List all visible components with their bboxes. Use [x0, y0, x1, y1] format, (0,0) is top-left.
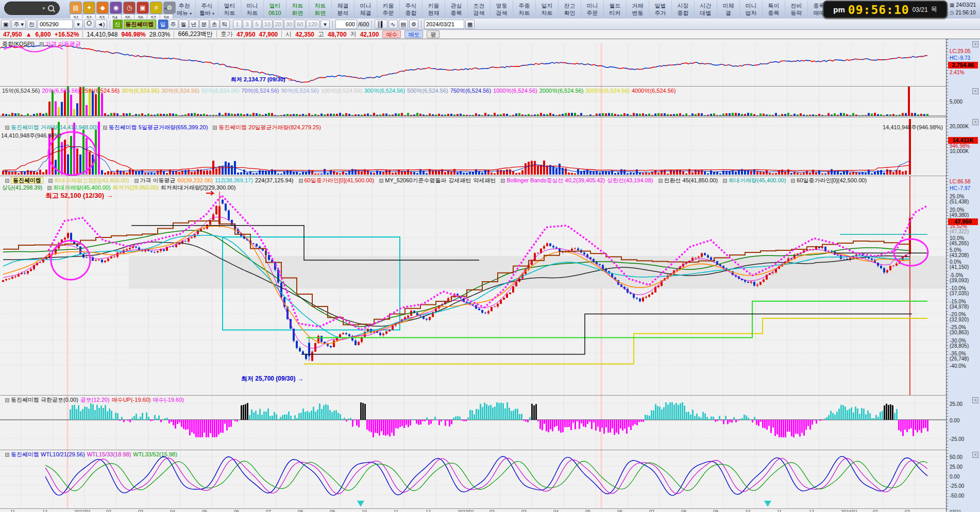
menu-item-전비등락[interactable]: 전비 등락	[785, 1, 808, 18]
stock-code-input[interactable]	[38, 20, 73, 29]
collapse-arrow-icon[interactable]: ◂	[164, 5, 166, 11]
menu-item-멀티차트[interactable]: 멀티 차트	[218, 1, 241, 18]
period-button-분[interactable]: 분	[199, 20, 209, 29]
legend-item: 상단(41,298.39)	[2, 184, 42, 191]
legend-item: 2000억(6,524.56)	[539, 88, 584, 94]
panel-divider[interactable]	[0, 117, 980, 117]
menu-item-멀티0610[interactable]: 멀티 0610	[264, 1, 286, 18]
menu-item-미니차트[interactable]: 미니 차트	[241, 1, 264, 18]
menu-item-시장종합[interactable]: 시장 종합	[672, 1, 695, 18]
code-search-button[interactable]	[84, 20, 94, 29]
axis-label: (49,380)	[950, 212, 969, 218]
grid-layer	[0, 43, 946, 508]
period-button-초[interactable]: 초	[210, 20, 219, 29]
clock-widget[interactable]: pm 09:56:10 03/21 목	[823, 1, 948, 19]
axis-label: -50.00	[950, 493, 964, 499]
bar-count-input[interactable]	[335, 20, 357, 29]
date-label: 2024/01	[841, 509, 858, 512]
buy-button[interactable]: 매수	[382, 30, 401, 38]
menu-item-조건검색[interactable]: 조건 검색	[468, 1, 491, 18]
panel-divider[interactable]	[0, 508, 980, 509]
minute-button-1[interactable]: 1	[233, 20, 242, 29]
minute-button-3[interactable]: 3	[243, 20, 252, 29]
period-button-틱[interactable]: 틱	[220, 20, 230, 29]
mode-combo[interactable]: 주 ▾	[11, 20, 26, 29]
menu-item-특이종목[interactable]: 특이 종목	[763, 1, 785, 18]
menu-item-미니체결[interactable]: 미니 체결	[354, 1, 377, 18]
line-style-button[interactable]: ∿	[388, 20, 398, 29]
period-button-일[interactable]: 일	[158, 20, 168, 29]
chart-settings-button[interactable]: ⚙	[409, 20, 418, 29]
search-icon[interactable]	[48, 5, 54, 11]
chart-date-input[interactable]	[424, 20, 464, 29]
panel-close-icon[interactable]: ×	[972, 397, 978, 403]
period-button-년[interactable]: 년	[189, 20, 199, 29]
price-axis-gutter[interactable]: LC:29.05 HC:-9.73 2,754.86 2.41% LC:86.5…	[946, 39, 980, 512]
menu-item-키움주문[interactable]: 키움 주문	[377, 1, 400, 18]
avg-button[interactable]: 평	[427, 30, 440, 38]
key-icon[interactable]: ✦	[83, 2, 95, 14]
period-button-월[interactable]: 월	[179, 20, 189, 29]
chevron-down-icon[interactable]: ▾	[42, 6, 45, 11]
candle-style-button[interactable]: ║▍	[375, 20, 387, 29]
menu-item-월드티커[interactable]: 월드 티커	[604, 1, 627, 18]
menu-item-챠트화면[interactable]: 챠트 화면	[309, 1, 332, 18]
menu-item-잔고확인[interactable]: 잔고 확인	[559, 1, 581, 18]
axis-label: (28,805)	[950, 343, 969, 349]
minute-button-5[interactable]: 5	[252, 20, 262, 29]
save-icon[interactable]: ▤	[70, 2, 82, 14]
period-button-주[interactable]: 주	[168, 20, 178, 29]
legend-item: 300억(6,524.56)	[364, 88, 405, 94]
window-button[interactable]: ▣	[1, 20, 10, 29]
menu-item-주식툴바[interactable]: 주식 툴바 ▾	[196, 1, 218, 18]
minute-button-60[interactable]: 60	[295, 20, 305, 29]
menu-item-추천메뉴[interactable]: 추천 메뉴 ▾	[173, 1, 196, 18]
save-chart-button[interactable]: ▤	[399, 20, 408, 29]
axis-label: 5,000	[950, 99, 962, 105]
panel-divider[interactable]	[0, 86, 980, 87]
sell-button[interactable]: 매도	[404, 30, 423, 38]
panel-close-icon[interactable]: ×	[972, 88, 978, 94]
axis-label: (34,978)	[950, 304, 969, 310]
menu-item-관심종목[interactable]: 관심 종목	[445, 1, 468, 18]
legend-item: 강세패턴	[448, 177, 471, 183]
menu-item-미체결[interactable]: 미체 결	[717, 1, 740, 18]
minute-dropdown-button[interactable]: ▾	[320, 20, 330, 29]
date-calendar-button[interactable]: ▦	[465, 20, 475, 29]
panel-close-icon[interactable]: ×	[972, 452, 978, 458]
chart-canvas[interactable]	[0, 39, 946, 512]
panel-close-icon[interactable]: ×	[972, 119, 978, 125]
clock-icon[interactable]: ◷	[123, 2, 136, 14]
panel-divider[interactable]	[0, 176, 980, 176]
current-price: 47,950	[3, 31, 22, 38]
menu-item-거래변동[interactable]: 거래 변동	[627, 1, 649, 18]
menu-item-주종차트[interactable]: 주종 차트	[513, 1, 536, 18]
menu-item-미니업차[interactable]: 미니 업차	[740, 1, 763, 18]
lock-icon[interactable]: ◆	[96, 2, 109, 14]
speaker-button[interactable]: ◄)	[95, 20, 107, 29]
panel-close-icon[interactable]: ×	[972, 41, 978, 47]
menu-item-시간대별[interactable]: 시간 대별	[695, 1, 717, 18]
memo-icon[interactable]: ≡	[150, 2, 162, 14]
camera-icon[interactable]: ◉	[110, 2, 122, 14]
menu-item-영웅검색[interactable]: 영웅 검색	[491, 1, 513, 18]
code-dropdown-button[interactable]: ▾	[74, 20, 83, 29]
menu-item-주식종합[interactable]: 주식 종합	[400, 1, 423, 18]
panel-divider[interactable]	[0, 450, 980, 450]
panel-divider[interactable]	[0, 395, 980, 396]
new-listing-badge: 신	[113, 20, 123, 29]
minute-button-30[interactable]: 30	[284, 20, 294, 29]
menu-item-키움현재[interactable]: 키움 현재	[423, 1, 445, 18]
minute-button-20[interactable]: 20	[273, 20, 283, 29]
menu-item-일별주가[interactable]: 일별 주가	[649, 1, 672, 18]
monitor-icon[interactable]: ▣	[137, 2, 149, 14]
prev-stock-button[interactable]: 전	[27, 20, 37, 29]
menu-item-챠트화면[interactable]: 챠트 화면	[286, 1, 309, 18]
menu-item-체결분석[interactable]: 체결 분석	[332, 1, 354, 18]
minute-button-10[interactable]: 10	[262, 20, 273, 29]
date-label: 02	[489, 509, 495, 512]
menu-item-미니주문[interactable]: 미니 주문	[581, 1, 604, 18]
minute-button-120[interactable]: 120	[306, 20, 319, 29]
menu-item-일지차트[interactable]: 일지 차트	[536, 1, 559, 18]
symbol-search-box[interactable]: ▾	[4, 2, 60, 15]
